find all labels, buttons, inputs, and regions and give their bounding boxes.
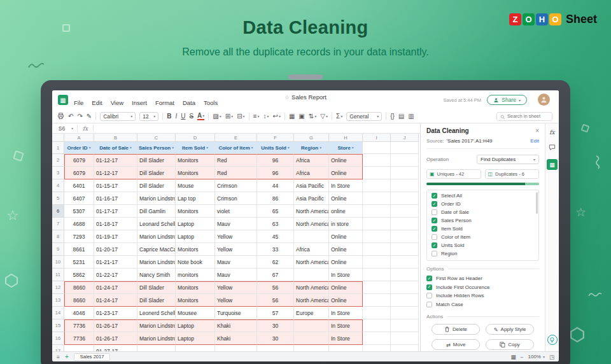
row-number[interactable]: 14: [52, 307, 64, 319]
row-number[interactable]: 3: [52, 167, 64, 179]
cell[interactable]: North America: [294, 218, 329, 230]
cell[interactable]: [176, 345, 215, 351]
cell[interactable]: North America: [294, 205, 329, 218]
cell[interactable]: Turquoise: [215, 307, 257, 319]
column-header-H[interactable]: H: [329, 134, 363, 142]
checklist-item-date-of-sale[interactable]: Date of Sale: [427, 208, 538, 216]
cell[interactable]: Yellow: [215, 294, 257, 307]
cell[interactable]: 8660: [64, 294, 94, 307]
borders-icon[interactable]: ⊞▾: [225, 113, 233, 120]
column-header-E[interactable]: E: [215, 134, 257, 142]
empty-cell[interactable]: [363, 294, 391, 307]
code-icon[interactable]: {}: [390, 113, 395, 120]
cell[interactable]: Laptop: [176, 230, 215, 243]
cell[interactable]: [64, 345, 94, 351]
font-size-select[interactable]: 12▾: [139, 112, 158, 121]
filter-icon[interactable]: ▾: [320, 146, 321, 150]
cell[interactable]: 01-26-17: [94, 319, 137, 332]
cell[interactable]: 01-19-17: [94, 230, 137, 243]
sort-icon[interactable]: ⇅▾: [309, 113, 316, 120]
checkbox-icon[interactable]: ✓: [432, 201, 437, 207]
cell[interactable]: Online: [329, 154, 363, 167]
zoom-select[interactable]: 100% ▾: [528, 354, 544, 360]
cell[interactable]: 01-15-17: [94, 179, 137, 192]
cell[interactable]: Online: [329, 230, 363, 243]
cell[interactable]: Online: [329, 281, 363, 294]
cell[interactable]: 8661: [64, 243, 94, 256]
column-header-G[interactable]: G: [294, 134, 329, 142]
checklist-item-units-sold[interactable]: ✓Units Sold: [427, 241, 538, 249]
checkbox-icon[interactable]: [426, 293, 432, 298]
filter-icon[interactable]: ▾: [206, 146, 208, 150]
header-cell[interactable]: Date of Sale▾: [94, 142, 137, 154]
cell[interactable]: Africa: [294, 167, 329, 179]
header-cell[interactable]: Units Sold▾: [257, 142, 294, 154]
cell[interactable]: Note book: [176, 256, 215, 269]
cell[interactable]: Online: [329, 192, 363, 205]
cell[interactable]: Marion Lindstrom: [137, 230, 176, 243]
cell[interactable]: Red: [215, 154, 257, 167]
cell[interactable]: Asia Pacific: [294, 179, 329, 192]
empty-cell[interactable]: [363, 218, 391, 230]
cell[interactable]: Marion Lindstrom: [137, 256, 176, 269]
cell[interactable]: Asia Pacific: [294, 192, 329, 205]
header-cell[interactable]: Region▾: [294, 142, 329, 154]
merge-cells-icon[interactable]: ⊟▾: [237, 113, 244, 120]
empty-cell[interactable]: [363, 281, 391, 294]
freeze-icon[interactable]: ▥: [408, 113, 414, 120]
column-header-B[interactable]: B: [94, 134, 137, 142]
cell[interactable]: 6079: [64, 154, 94, 167]
cell[interactable]: 7736: [64, 332, 94, 345]
cell[interactable]: 57: [257, 307, 294, 319]
sheet-tab[interactable]: Sales 2017: [74, 353, 111, 361]
empty-cell[interactable]: [391, 269, 419, 281]
empty-cell[interactable]: [391, 218, 419, 230]
cell[interactable]: 01-23-17: [94, 307, 137, 319]
corner-cell[interactable]: [52, 134, 64, 142]
cell[interactable]: Leonerd Schellig: [137, 307, 176, 319]
option-first-row-as-header[interactable]: ✓First Row as Header: [426, 274, 539, 283]
checkbox-icon[interactable]: ✓: [432, 242, 437, 248]
empty-cell[interactable]: [363, 345, 391, 351]
checklist-item-sales-person[interactable]: ✓Sales Person: [427, 216, 538, 225]
cell[interactable]: 01-24-17: [94, 294, 137, 307]
header-cell[interactable]: Store▾: [329, 142, 363, 154]
cell[interactable]: 01-26-17: [94, 332, 137, 345]
cell[interactable]: Online: [329, 167, 363, 179]
checklist-item-region[interactable]: Region: [427, 249, 538, 258]
row-number[interactable]: 12: [52, 281, 64, 294]
image-icon[interactable]: ▣: [298, 113, 304, 120]
cell[interactable]: 01-20-17: [94, 243, 137, 256]
cell[interactable]: [329, 345, 363, 351]
cell[interactable]: 30: [257, 332, 294, 345]
cell[interactable]: [294, 345, 329, 351]
empty-cell[interactable]: [391, 281, 419, 294]
cell[interactable]: Crimson: [215, 179, 257, 192]
cell[interactable]: Monitors: [176, 243, 215, 256]
cell[interactable]: North America: [294, 281, 329, 294]
fx-icon[interactable]: fx: [83, 125, 88, 132]
cell[interactable]: Monitors: [176, 281, 215, 294]
cell[interactable]: 8660: [64, 281, 94, 294]
cell[interactable]: 65: [257, 205, 294, 218]
cell[interactable]: Laptop: [176, 332, 215, 345]
row-number[interactable]: 2: [52, 154, 64, 167]
option-include-first-occurence[interactable]: ✓Include First Occurence: [426, 283, 539, 292]
empty-cell[interactable]: [363, 332, 391, 345]
cell[interactable]: Dill Slader: [137, 281, 176, 294]
cell[interactable]: Dill Slader: [137, 294, 176, 307]
filter-icon[interactable]: ▾: [251, 146, 253, 150]
header-cell[interactable]: Order ID▾: [64, 142, 94, 154]
cell[interactable]: 01-24-17: [94, 281, 137, 294]
cell[interactable]: 63: [257, 218, 294, 230]
zoom-out-icon[interactable]: −: [521, 354, 524, 360]
column-header-I[interactable]: I: [363, 134, 391, 142]
empty-cell[interactable]: [391, 319, 419, 332]
cell[interactable]: Nancy Smith: [137, 269, 176, 281]
cell[interactable]: 67: [257, 269, 294, 281]
cell[interactable]: Europe: [294, 307, 329, 319]
cell[interactable]: 4048: [64, 307, 94, 319]
wrap-text-icon[interactable]: ↩▾: [273, 113, 281, 120]
comment-icon[interactable]: [549, 144, 556, 151]
cell[interactable]: Monitors: [176, 205, 215, 218]
